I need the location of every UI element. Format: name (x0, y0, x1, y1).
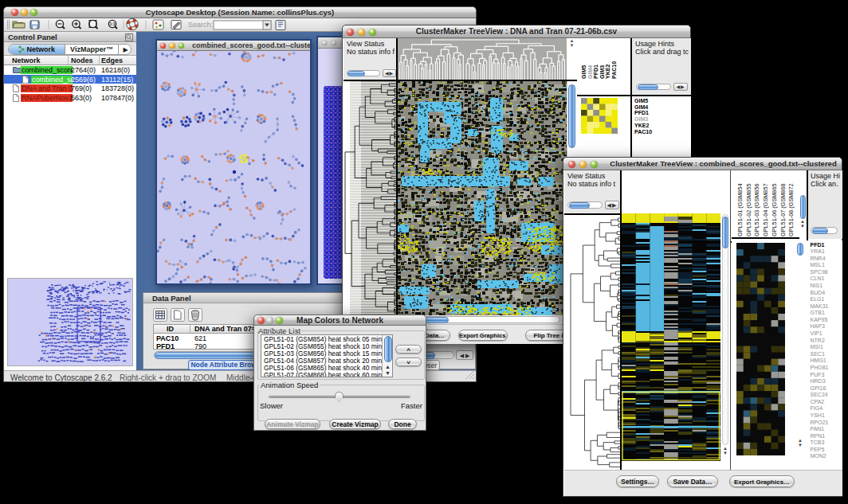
svg-text:PFD1: PFD1 (593, 64, 599, 79)
svg-text:GIM3: GIM3 (599, 65, 605, 79)
svg-text:GPL51-01 (GSM854: GPL51-01 (GSM854 (736, 183, 744, 236)
svg-text:Search:: Search: (188, 21, 213, 29)
svg-text:GPL51-04 (GSM857: GPL51-04 (GSM857 (762, 183, 769, 236)
svg-text:GPL51-07 (GSM868: GPL51-07 (GSM868 (779, 183, 787, 236)
svg-text:GPL51-03 (GSM856: GPL51-03 (GSM856 (753, 183, 760, 236)
svg-text:GIM5: GIM5 (581, 65, 587, 79)
svg-text:YKE2: YKE2 (605, 64, 610, 79)
svg-text:PAC10: PAC10 (611, 61, 617, 79)
svg-text:GPL51-06 (GSM865: GPL51-06 (GSM865 (771, 183, 778, 236)
svg-text:GPL51-08 (GSM872: GPL51-08 (GSM872 (787, 183, 795, 236)
svg-text:1:1: 1:1 (109, 21, 115, 26)
svg-text:GIM4: GIM4 (587, 65, 593, 79)
svg-text:GPL51-02 (GSM855: GPL51-02 (GSM855 (745, 183, 752, 236)
